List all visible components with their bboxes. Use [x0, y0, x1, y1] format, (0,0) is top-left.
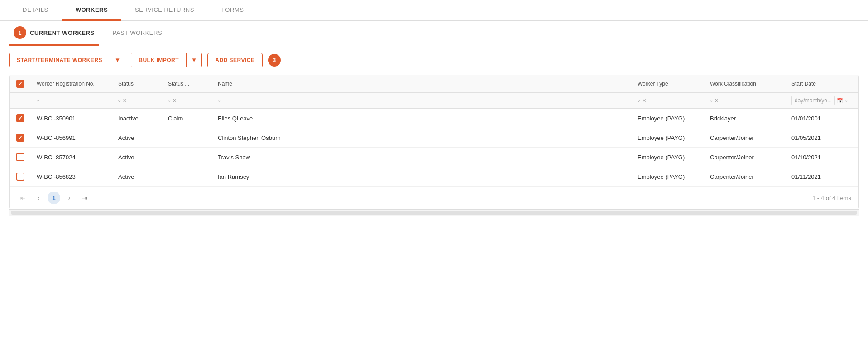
content-area: START/TERMINATE WORKERS ▼ BULK IMPORT ▼ …: [0, 45, 868, 223]
tab-workers[interactable]: WORKERS: [62, 0, 121, 21]
header-status2: Status ...: [163, 75, 212, 93]
worker-type-cell: Employee (PAYG): [632, 167, 705, 187]
work-class-cell: Carpenter/Joiner: [705, 167, 786, 187]
table-header-row: ✓ Worker Registration No. Status Status …: [10, 75, 858, 93]
status2-cell: [163, 167, 212, 187]
horizontal-scrollbar[interactable]: [9, 209, 859, 216]
row-checkbox[interactable]: [16, 153, 24, 161]
select-all-checkbox[interactable]: ✓: [16, 80, 24, 88]
work-class-cell: Bricklayer: [705, 109, 786, 128]
tab-past-workers[interactable]: PAST WORKERS: [108, 21, 167, 46]
table-row[interactable]: ✓W-BCI-350901InactiveClaimElles QLeaveEm…: [10, 109, 858, 128]
first-page-button[interactable]: ⇤: [17, 192, 29, 204]
work-class-cell: Carpenter/Joiner: [705, 148, 786, 167]
table-row[interactable]: W-BCI-856823ActiveIan RamseyEmployee (PA…: [10, 167, 858, 187]
chevron-down-icon-2: ▼: [191, 57, 197, 63]
clear-filter-icon-status[interactable]: ✕: [123, 98, 127, 104]
header-status: Status: [113, 75, 163, 93]
filter-icon-wclass[interactable]: ▿: [710, 98, 713, 104]
start-terminate-button[interactable]: START/TERMINATE WORKERS: [10, 53, 110, 67]
chevron-down-icon: ▼: [115, 57, 120, 63]
worker-type-cell: Employee (PAYG): [632, 109, 705, 128]
start-date-cell: 01/11/2021: [786, 167, 858, 187]
filter-checkbox-col: [10, 93, 31, 109]
add-service-button[interactable]: ADD SERVICE: [207, 53, 262, 67]
tab-service-returns[interactable]: SERVICE RETURNS: [121, 0, 208, 21]
filter-name[interactable]: ▿: [212, 93, 632, 109]
top-tab-bar: DETAILS WORKERS SERVICE RETURNS FORMS: [0, 0, 868, 21]
sub-tab-bar: 1 CURRENT WORKERS PAST WORKERS: [0, 21, 868, 45]
workers-table: ✓ Worker Registration No. Status Status …: [9, 75, 859, 209]
filter-status[interactable]: ▿ ✕: [113, 93, 163, 109]
filter-status2[interactable]: ▿ ✕: [163, 93, 212, 109]
header-work-class: Work Classification: [705, 75, 786, 93]
check-icon: ✓: [18, 115, 23, 121]
name-cell: Clinton Stephen Osburn: [212, 128, 632, 148]
clear-filter-icon-wtype[interactable]: ✕: [642, 98, 646, 104]
start-date-cell: 01/10/2021: [786, 148, 858, 167]
calendar-icon[interactable]: 📅: [837, 98, 843, 104]
row-checkbox[interactable]: ✓: [16, 114, 24, 122]
filter-worker-type[interactable]: ▿ ✕: [632, 93, 705, 109]
header-worker-type: Worker Type: [632, 75, 705, 93]
start-date-cell: 01/05/2021: [786, 128, 858, 148]
tab-forms[interactable]: FORMS: [208, 0, 257, 21]
status-cell: Active: [113, 148, 163, 167]
table-body: ✓W-BCI-350901InactiveClaimElles QLeaveEm…: [10, 109, 858, 187]
status2-cell: [163, 148, 212, 167]
tab-details[interactable]: DETAILS: [9, 0, 62, 21]
row-checkbox-cell[interactable]: ✓: [10, 128, 31, 148]
status-cell: Active: [113, 128, 163, 148]
filter-icon-status[interactable]: ▿: [118, 98, 121, 104]
tab-current-workers[interactable]: 1 CURRENT WORKERS: [9, 21, 99, 46]
filter-start-date[interactable]: day/month/ye... 📅 ▿: [786, 93, 858, 109]
row-checkbox-cell[interactable]: ✓: [10, 109, 31, 128]
filter-icon-wtype[interactable]: ▿: [638, 98, 640, 104]
date-filter-display[interactable]: day/month/ye...: [791, 96, 835, 105]
work-class-cell: Carpenter/Joiner: [705, 128, 786, 148]
filter-icon-date[interactable]: ▿: [845, 98, 848, 104]
table-filter-row: ▿ ▿ ✕ ▿ ✕: [10, 93, 858, 109]
row-checkbox[interactable]: [16, 173, 24, 181]
filter-work-class[interactable]: ▿ ✕: [705, 93, 786, 109]
header-name: Name: [212, 75, 632, 93]
action-row: START/TERMINATE WORKERS ▼ BULK IMPORT ▼ …: [9, 53, 859, 67]
header-reg-no: Worker Registration No.: [31, 75, 113, 93]
filter-icon-status2[interactable]: ▿: [168, 98, 171, 104]
start-date-cell: 01/01/2001: [786, 109, 858, 128]
start-terminate-dropdown[interactable]: ▼: [110, 53, 125, 67]
page-1-button[interactable]: 1: [48, 192, 60, 204]
name-cell: Elles QLeave: [212, 109, 632, 128]
last-page-button[interactable]: ⇥: [78, 192, 91, 204]
check-icon: ✓: [18, 134, 23, 141]
table-row[interactable]: ✓W-BCI-856991ActiveClinton Stephen Osbur…: [10, 128, 858, 148]
row-checkbox[interactable]: ✓: [16, 134, 24, 142]
next-page-button[interactable]: ›: [63, 192, 76, 204]
action-badge-3: 3: [268, 54, 281, 67]
pagination-controls: ⇤ ‹ 1 › ⇥: [17, 192, 91, 204]
filter-icon-reg[interactable]: ▿: [37, 98, 39, 104]
clear-filter-icon-status2[interactable]: ✕: [173, 98, 177, 104]
pagination-info: 1 - 4 of 4 items: [812, 195, 851, 201]
current-workers-badge: 1: [14, 26, 26, 39]
row-checkbox-cell[interactable]: [10, 148, 31, 167]
worker-type-cell: Employee (PAYG): [632, 148, 705, 167]
row-checkbox-cell[interactable]: [10, 167, 31, 187]
bulk-import-button[interactable]: BULK IMPORT: [131, 53, 186, 67]
clear-filter-icon-wclass[interactable]: ✕: [715, 98, 719, 104]
table-row[interactable]: W-BCI-857024ActiveTravis ShawEmployee (P…: [10, 148, 858, 167]
status-cell: Active: [113, 167, 163, 187]
filter-icon-name[interactable]: ▿: [218, 98, 221, 104]
status2-cell: [163, 128, 212, 148]
reg-no-cell: W-BCI-350901: [31, 109, 113, 128]
filter-reg-no[interactable]: ▿: [31, 93, 113, 109]
scrollbar-track[interactable]: [11, 211, 857, 215]
header-checkbox-col[interactable]: ✓: [10, 75, 31, 93]
past-workers-label: PAST WORKERS: [113, 29, 163, 36]
name-cell: Travis Shaw: [212, 148, 632, 167]
bulk-import-dropdown[interactable]: ▼: [187, 53, 201, 67]
prev-page-button[interactable]: ‹: [32, 192, 45, 204]
check-icon: ✓: [18, 81, 23, 87]
bulk-import-button-group: BULK IMPORT ▼: [131, 53, 202, 67]
status-cell: Inactive: [113, 109, 163, 128]
